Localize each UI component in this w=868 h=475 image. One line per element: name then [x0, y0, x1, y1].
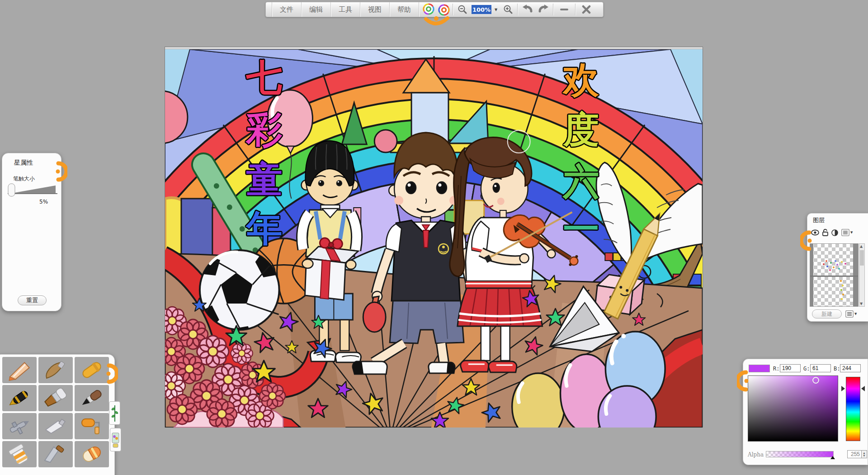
panel-collapse-handle[interactable] [54, 161, 67, 182]
undo-icon [521, 4, 533, 15]
palette-collapse-handle[interactable] [104, 363, 118, 385]
minimize-button[interactable] [554, 2, 574, 17]
zoom-in-icon [503, 5, 513, 14]
tool-colored-pencil[interactable] [2, 357, 37, 383]
layers-collapse-handle[interactable] [800, 230, 814, 252]
alpha-marker[interactable] [830, 456, 835, 459]
brush-palette-panel [0, 354, 115, 475]
g-input[interactable] [810, 364, 831, 372]
saturation-value-picker[interactable] [748, 375, 838, 442]
scroll-thumb[interactable] [860, 250, 864, 266]
menu-file[interactable]: 文件 [272, 2, 302, 17]
menu-tools[interactable]: 工具 [331, 2, 360, 17]
zoom-in-button[interactable] [500, 2, 516, 17]
artwork: 七 彩 童 年 欢 度 六 一 [165, 49, 703, 428]
opacity-icon[interactable] [831, 229, 838, 236]
undo-button[interactable] [519, 2, 535, 17]
minimize-icon [560, 8, 569, 11]
g-label: G: [803, 366, 810, 372]
spin-down-icon[interactable]: ▼ [863, 454, 865, 457]
b-input[interactable] [840, 364, 861, 372]
star-properties-panel: 星属性 笔触大小 5% 重置 [2, 153, 61, 311]
tool-wood-pen[interactable] [38, 357, 73, 383]
drawing-canvas[interactable]: 七 彩 童 年 欢 度 六 一 [165, 47, 703, 428]
toolbar-grip [266, 2, 272, 17]
reset-button[interactable]: 重置 [18, 295, 47, 305]
hue-marker-left[interactable] [841, 386, 845, 391]
tool-airbrush[interactable] [2, 413, 37, 439]
stamp-tab-plant[interactable] [109, 401, 120, 425]
tool-fountain-pen[interactable] [2, 385, 37, 411]
hue-bar[interactable] [846, 377, 860, 441]
redo-button[interactable] [535, 2, 552, 17]
title-char: 童 [246, 158, 283, 200]
title-char: 年 [245, 207, 283, 249]
zoom-level-dropdown[interactable]: ▼ [492, 2, 500, 17]
sv-cursor[interactable] [812, 377, 819, 384]
stamp-tab-picture[interactable] [110, 428, 121, 451]
alpha-bar[interactable] [766, 451, 834, 457]
title-char: 一 [563, 208, 599, 250]
r-input[interactable] [780, 364, 801, 372]
dropdown-caret-icon: ▼ [854, 312, 857, 316]
tool-crayon[interactable] [75, 357, 109, 383]
layer-menu-button[interactable]: ▼ [841, 229, 853, 236]
tool-paint-tube[interactable] [38, 413, 73, 439]
layer-options-button[interactable]: ▼ [845, 310, 857, 318]
slider-thumb[interactable] [8, 184, 15, 196]
app-clown-logo [414, 0, 459, 27]
title-char: 欢 [562, 59, 600, 101]
tool-paint-jar[interactable] [2, 441, 37, 467]
layer-list[interactable] [810, 243, 859, 307]
tool-calligraphy-brush[interactable] [75, 385, 109, 411]
picture-stamp-icon [112, 430, 119, 449]
menu-view[interactable]: 视图 [360, 2, 390, 17]
color-collapse-handle[interactable] [737, 369, 750, 393]
layers-panel: 图层 ▼ [807, 213, 868, 322]
plant-stamp-icon [111, 404, 118, 423]
dropdown-caret-icon: ▼ [850, 231, 853, 234]
close-icon [582, 5, 591, 14]
layer-thumbnails [810, 244, 859, 307]
list-icon [841, 229, 849, 236]
redo-icon [538, 4, 550, 15]
lock-icon[interactable] [822, 229, 828, 236]
brush-size-slider[interactable] [8, 183, 57, 197]
brush-size-label: 笔触大小 [13, 175, 35, 183]
zoom-level-value[interactable]: 100% [472, 5, 491, 14]
title-char: 彩 [245, 109, 283, 151]
b-label: B: [834, 366, 840, 372]
title-char: 度 [562, 109, 599, 151]
current-color-swatch [749, 365, 770, 372]
tool-flat-brush[interactable] [38, 385, 73, 411]
list-icon [845, 310, 854, 318]
star-panel-title: 星属性 [14, 159, 33, 167]
close-button[interactable] [576, 2, 596, 17]
menu-edit[interactable]: 编辑 [302, 2, 331, 17]
hue-marker-right[interactable] [861, 386, 865, 391]
alpha-spinner[interactable]: ▲ ▼ [862, 450, 867, 458]
title-char: 七 [246, 57, 283, 99]
alpha-input[interactable] [847, 450, 862, 458]
brush-size-value: 5% [39, 199, 48, 205]
alpha-label: Alpha [748, 451, 764, 458]
layer-scrollbar[interactable]: ▲ ▼ [859, 243, 865, 307]
tool-eraser[interactable] [75, 441, 109, 467]
scroll-up-icon[interactable]: ▲ [860, 244, 863, 248]
scroll-down-icon[interactable]: ▼ [860, 302, 863, 306]
color-picker-panel: R: G: B: Alpha ▲ ▼ [743, 359, 868, 465]
new-layer-button[interactable]: 新建 [812, 309, 842, 318]
tool-paint-roller[interactable] [75, 413, 109, 439]
layers-panel-title: 图层 [813, 216, 825, 224]
tool-palette-knife[interactable] [38, 441, 73, 467]
r-label: R: [773, 366, 779, 372]
title-char: 六 [562, 161, 599, 203]
